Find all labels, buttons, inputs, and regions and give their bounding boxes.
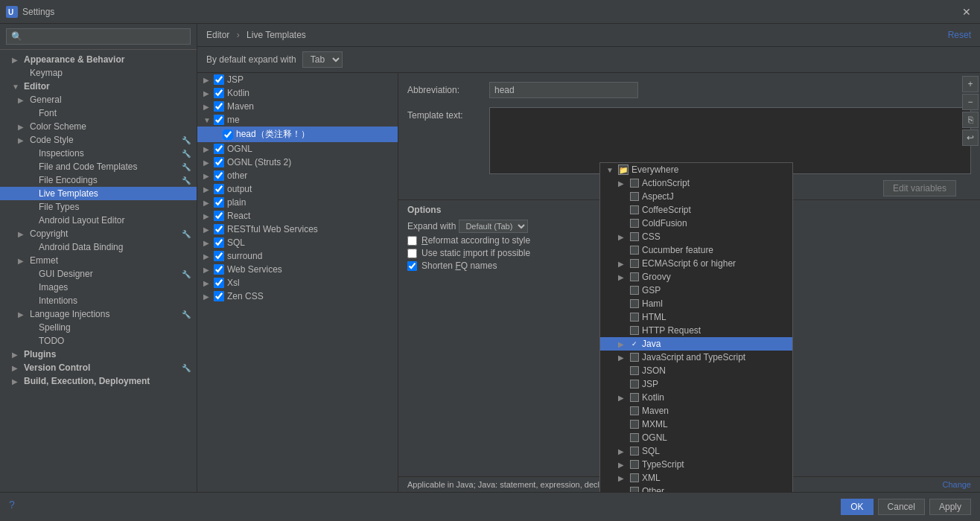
context-item[interactable]: MXML: [600, 418, 792, 431]
sidebar-item-file-encodings[interactable]: File Encodings 🔧: [0, 173, 197, 187]
context-item[interactable]: ▶ Kotlin: [600, 391, 792, 404]
ctx-checkbox[interactable]: [630, 326, 639, 335]
context-item[interactable]: Maven: [600, 404, 792, 418]
sidebar-item-inspections[interactable]: Inspections 🔧: [0, 147, 197, 160]
template-list-item[interactable]: ▶ OGNL (Struts 2): [197, 156, 398, 169]
template-list-item[interactable]: ▶ other: [197, 169, 398, 182]
context-item[interactable]: JSON: [600, 364, 792, 377]
sidebar-item-copyright[interactable]: ▶ Copyright 🔧: [0, 227, 197, 240]
template-checkbox[interactable]: [214, 184, 224, 194]
ctx-checkbox[interactable]: [630, 420, 639, 429]
template-checkbox[interactable]: [214, 144, 224, 154]
ctx-checkbox[interactable]: [630, 313, 639, 322]
template-checkbox[interactable]: [214, 197, 224, 208]
template-list-item[interactable]: ▶ Web Services: [197, 263, 398, 276]
sidebar-item-font[interactable]: Font: [0, 106, 197, 120]
sidebar-item-android-data-binding[interactable]: Android Data Binding: [0, 240, 197, 254]
sidebar-item-file-types[interactable]: File Types: [0, 200, 197, 214]
context-item[interactable]: ColdFusion: [600, 217, 792, 230]
template-list-item[interactable]: ▶ Kotlin: [197, 86, 398, 100]
context-item[interactable]: ▶ ECMAScript 6 or higher: [600, 257, 792, 270]
template-list-item[interactable]: ▶ OGNL: [197, 142, 398, 156]
expand-with-select[interactable]: Default (Tab): [459, 220, 528, 233]
template-list-item[interactable]: ▶ React: [197, 209, 398, 223]
remove-button[interactable]: −: [962, 94, 979, 110]
context-item[interactable]: ▶ XML: [600, 471, 792, 485]
sidebar-item-keymap[interactable]: Keymap: [0, 66, 197, 80]
sidebar-item-intentions[interactable]: Intentions: [0, 294, 197, 307]
ctx-checkbox[interactable]: [630, 232, 639, 241]
ctx-checkbox[interactable]: [630, 272, 639, 281]
context-item[interactable]: ▶ TypeScript: [600, 458, 792, 471]
sidebar-item-version-control[interactable]: ▶ Version Control 🔧: [0, 361, 197, 374]
sidebar-item-code-style[interactable]: ▶ Code Style 🔧: [0, 133, 197, 147]
context-item[interactable]: HTTP Request: [600, 324, 792, 337]
sidebar-item-language-injections[interactable]: ▶ Language Injections 🔧: [0, 307, 197, 321]
ctx-checkbox[interactable]: [630, 259, 639, 268]
context-item[interactable]: ▼ 📁 Everywhere: [600, 163, 792, 176]
ctx-checkbox[interactable]: [630, 299, 639, 308]
ctx-checkbox[interactable]: [630, 473, 639, 482]
template-list-item[interactable]: ▶ JSP: [197, 73, 398, 86]
reformat-checkbox[interactable]: [407, 236, 417, 246]
context-item[interactable]: ▶ Groovy: [600, 270, 792, 284]
cancel-button[interactable]: Cancel: [878, 499, 925, 515]
ctx-checkbox[interactable]: [630, 179, 639, 188]
sidebar-item-plugins[interactable]: ▶ Plugins: [0, 348, 197, 361]
template-checkbox[interactable]: [214, 224, 224, 234]
ctx-checkbox[interactable]: [630, 447, 639, 456]
context-item[interactable]: ▶ CSS: [600, 230, 792, 243]
template-list-item[interactable]: ▶ surround: [197, 249, 398, 263]
sidebar-item-gui-designer[interactable]: GUI Designer 🔧: [0, 267, 197, 281]
template-checkbox[interactable]: [214, 74, 224, 85]
sidebar-item-live-templates[interactable]: Live Templates: [0, 187, 197, 200]
shorten-checkbox[interactable]: [407, 261, 417, 271]
close-button[interactable]: ✕: [959, 4, 974, 19]
abbreviation-input[interactable]: [489, 82, 638, 98]
template-list-item[interactable]: ▶ SQL: [197, 236, 398, 249]
template-checkbox[interactable]: [214, 157, 224, 167]
sidebar-item-spelling[interactable]: Spelling: [0, 321, 197, 334]
context-item[interactable]: JSP: [600, 377, 792, 391]
context-item[interactable]: Haml: [600, 297, 792, 310]
template-list-item[interactable]: ▶ Zen CSS: [197, 290, 398, 303]
context-item-java[interactable]: ▶ ✓ Java: [600, 337, 792, 351]
template-list-item[interactable]: ▶ plain: [197, 196, 398, 209]
ctx-checkbox[interactable]: [630, 393, 639, 402]
ctx-checkbox[interactable]: [630, 219, 639, 228]
undo-button[interactable]: ↩: [962, 130, 979, 146]
reset-button[interactable]: Reset: [948, 30, 971, 40]
sidebar-item-editor[interactable]: ▼ Editor: [0, 80, 197, 93]
add-button[interactable]: +: [962, 76, 979, 92]
template-checkbox[interactable]: [214, 237, 224, 248]
template-checkbox[interactable]: [214, 291, 224, 301]
sidebar-item-color-scheme[interactable]: ▶ Color Scheme: [0, 120, 197, 133]
template-checkbox[interactable]: [223, 130, 233, 140]
context-item[interactable]: Cucumber feature: [600, 243, 792, 257]
template-list-item[interactable]: ▼ me: [197, 113, 398, 127]
edit-variables-button[interactable]: Edit variables: [883, 180, 956, 196]
ok-button[interactable]: OK: [841, 499, 873, 515]
template-checkbox[interactable]: [214, 88, 224, 98]
static-import-checkbox[interactable]: [407, 249, 417, 258]
sidebar-item-build[interactable]: ▶ Build, Execution, Deployment: [0, 374, 197, 388]
template-list-item[interactable]: ▶ Xsl: [197, 276, 398, 290]
sidebar-item-emmet[interactable]: ▶ Emmet: [0, 254, 197, 267]
context-item[interactable]: OGNL: [600, 431, 792, 444]
context-item[interactable]: HTML: [600, 310, 792, 324]
template-checkbox[interactable]: [214, 278, 224, 288]
sidebar-item-file-code-templates[interactable]: File and Code Templates 🔧: [0, 160, 197, 173]
context-item[interactable]: Other: [600, 485, 792, 492]
ctx-checkbox[interactable]: [630, 246, 639, 255]
change-link[interactable]: Change: [942, 480, 971, 489]
context-item[interactable]: AspectJ: [600, 190, 792, 203]
template-checkbox[interactable]: [214, 264, 224, 275]
template-list-item[interactable]: head（类注释！）: [197, 127, 398, 142]
expand-select[interactable]: Tab: [302, 51, 343, 68]
sidebar-item-general[interactable]: ▶ General: [0, 93, 197, 106]
sidebar-item-todo[interactable]: TODO: [0, 334, 197, 348]
sidebar-item-android-layout-editor[interactable]: Android Layout Editor: [0, 214, 197, 227]
ctx-checkbox[interactable]: [630, 366, 639, 375]
ctx-checkbox[interactable]: [630, 406, 639, 415]
context-item[interactable]: CoffeeScript: [600, 203, 792, 217]
